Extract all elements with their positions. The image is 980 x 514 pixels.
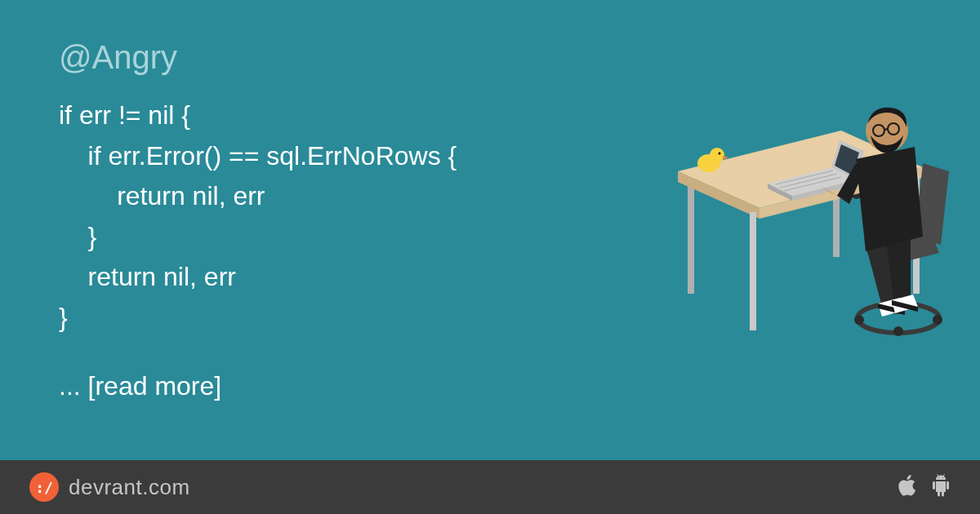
- svg-point-28: [933, 315, 942, 325]
- avatar-illustration: [645, 49, 956, 359]
- svg-line-45: [884, 129, 888, 130]
- brand-name: devrant.com: [69, 475, 190, 500]
- svg-point-10: [719, 153, 721, 155]
- svg-marker-39: [856, 147, 923, 251]
- svg-rect-0: [688, 175, 694, 294]
- footer-bar: :/ devrant.com: [0, 460, 980, 514]
- android-icon[interactable]: [931, 474, 951, 500]
- platform-icons: [897, 474, 951, 500]
- brand[interactable]: :/ devrant.com: [29, 472, 190, 502]
- svg-point-27: [854, 315, 864, 325]
- brand-logo-icon: :/: [29, 472, 59, 502]
- svg-point-29: [893, 326, 903, 336]
- svg-point-9: [710, 148, 724, 162]
- svg-rect-6: [750, 212, 756, 330]
- apple-icon[interactable]: [897, 474, 916, 500]
- read-more-link[interactable]: ... [read more]: [59, 371, 921, 401]
